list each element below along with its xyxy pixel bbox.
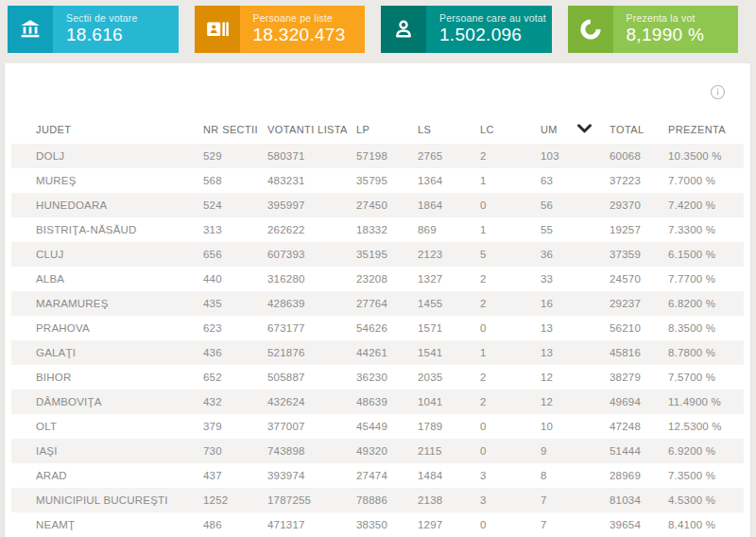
table-cell: 580371	[267, 144, 356, 168]
table-cell: PRAHOVA	[11, 316, 203, 340]
table-cell: 2765	[418, 144, 480, 168]
table-cell: BISTRIŢA-NĂSĂUD	[11, 217, 203, 242]
table-cell: 7.5700 %	[668, 365, 744, 390]
table-row[interactable]: HUNEDOARA524395997274501864056293707.420…	[11, 193, 744, 217]
table-row[interactable]: MUNICIPIUL BUCUREŞTI12521787255788862138…	[11, 488, 744, 512]
table-cell: 7	[541, 512, 576, 537]
table-row[interactable]: IAŞI73074389849320211509514446.9200 %	[11, 439, 744, 463]
table-cell: 1327	[418, 267, 480, 291]
table-cell: 2123	[418, 242, 480, 267]
table-cell: 8	[541, 463, 576, 488]
table-cell: 1484	[418, 463, 480, 488]
table-cell: 379	[203, 414, 267, 439]
table-cell: 1541	[418, 340, 480, 365]
table-row[interactable]: ALBA440316280232081327233245707.7700 %	[11, 267, 744, 291]
table-cell: 6.1500 %	[668, 242, 744, 267]
table-cell: 432624	[267, 390, 356, 414]
table-row[interactable]: DÂMBOVIŢA4324326244863910412124969411.49…	[11, 390, 744, 414]
table-cell: 652	[203, 365, 267, 390]
table-row[interactable]: CLUJ656607393351952123536373596.1500 %	[11, 242, 744, 267]
table-cell: 29370	[610, 193, 668, 217]
table-cell	[576, 463, 610, 488]
table-cell: 55	[541, 217, 576, 242]
table-cell: 7	[541, 488, 576, 512]
table-row[interactable]: PRAHOVA623673177546261571013562108.3500 …	[11, 316, 744, 340]
table-cell: BIHOR	[11, 365, 203, 390]
table-cell: 316280	[267, 267, 356, 291]
table-cell: ARAD	[11, 463, 203, 488]
table-row[interactable]: MARAMUREŞ435428639277641455216292376.820…	[11, 291, 744, 316]
card-value: 18.320.473	[253, 25, 366, 45]
table-cell: 37223	[610, 168, 668, 193]
table-cell	[576, 439, 610, 463]
column-header-total[interactable]: TOTAL	[610, 115, 668, 144]
column-header-ls[interactable]: LS	[418, 115, 480, 144]
table-cell: 10.3500 %	[668, 144, 744, 168]
table-cell: 393974	[267, 463, 356, 488]
table-cell: 521876	[267, 340, 356, 365]
table-cell	[576, 512, 610, 537]
table-cell: 49320	[356, 439, 418, 463]
table-row[interactable]: DOLJ52958037157198276521036006810.3500 %	[11, 144, 744, 168]
table-cell	[576, 193, 610, 217]
table-row[interactable]: ARAD43739397427474148438289697.3500 %	[11, 463, 744, 488]
table-cell: DÂMBOVIŢA	[11, 390, 203, 414]
table-row[interactable]: BIHOR652505887362302035212382797.5700 %	[11, 365, 744, 390]
column-header-votanti-lista[interactable]: VOTANTI LISTA	[267, 115, 356, 144]
table-cell	[576, 365, 610, 390]
column-header-prezenta[interactable]: PREZENTA	[668, 115, 744, 144]
table-cell: 1	[480, 168, 541, 193]
contacts-icon	[195, 6, 240, 53]
table-cell: 9	[541, 439, 576, 463]
table-cell: 471317	[267, 512, 356, 537]
table-cell: 486	[203, 512, 267, 537]
kpi-cards-row: Sectii de votare 18.616 Persoane pe list…	[0, 0, 756, 53]
table-cell: 2	[480, 390, 541, 414]
table-cell: 23208	[356, 267, 418, 291]
table-cell: 48639	[356, 390, 418, 414]
table-cell	[576, 168, 610, 193]
table-row[interactable]: NEAMŢ48647131738350129707396548.4100 %	[11, 512, 744, 537]
table-cell: 262622	[267, 217, 356, 242]
table-cell: 1	[480, 217, 541, 242]
table-cell: 51444	[610, 439, 668, 463]
card-label: Persoane care au votat	[439, 12, 552, 24]
table-cell: 39654	[610, 512, 668, 537]
info-icon[interactable]	[710, 84, 726, 100]
table-cell: 7.7000 %	[668, 168, 744, 193]
column-header-um[interactable]: UM	[541, 115, 576, 144]
table-cell	[576, 414, 610, 439]
table-cell: 35195	[356, 242, 418, 267]
table-cell: 607393	[267, 242, 356, 267]
table-cell: 377007	[267, 414, 356, 439]
table-cell: 428639	[267, 291, 356, 316]
table-cell: 0	[480, 193, 541, 217]
table-cell	[576, 291, 610, 316]
table-cell: 568	[203, 168, 267, 193]
table-row[interactable]: BISTRIŢA-NĂSĂUD3132626221833286915519257…	[11, 217, 744, 242]
column-header-lc[interactable]: LC	[480, 115, 541, 144]
column-header-nr-sectii[interactable]: NR SECTII	[203, 115, 267, 144]
table-cell: 2	[480, 144, 541, 168]
table-cell: 1455	[418, 291, 480, 316]
table-row[interactable]: MUREŞ568483231357951364163372237.7000 %	[11, 168, 744, 193]
column-header-lp[interactable]: LP	[356, 115, 418, 144]
table-cell: 56	[541, 193, 576, 217]
table-cell: 730	[203, 439, 267, 463]
table-cell	[576, 340, 610, 365]
table-cell: MUREŞ	[11, 168, 203, 193]
sort-indicator[interactable]	[576, 115, 610, 144]
card-label: Sectii de votare	[66, 12, 179, 24]
table-row[interactable]: GALAŢI436521876442611541113458168.7800 %	[11, 340, 744, 365]
table-cell: 437	[203, 463, 267, 488]
table-cell	[576, 316, 610, 340]
table-cell: 12	[541, 365, 576, 390]
table-row[interactable]: OLT3793770074544917890104724812.5300 %	[11, 414, 744, 439]
table-cell: 2	[480, 267, 541, 291]
table-cell: 1789	[418, 414, 480, 439]
table-cell: 1864	[418, 193, 480, 217]
table-cell: NEAMŢ	[11, 512, 203, 537]
table-cell: 2	[480, 365, 541, 390]
table-cell: 1787255	[267, 488, 356, 512]
column-header-judet[interactable]: JUDET	[11, 115, 203, 144]
